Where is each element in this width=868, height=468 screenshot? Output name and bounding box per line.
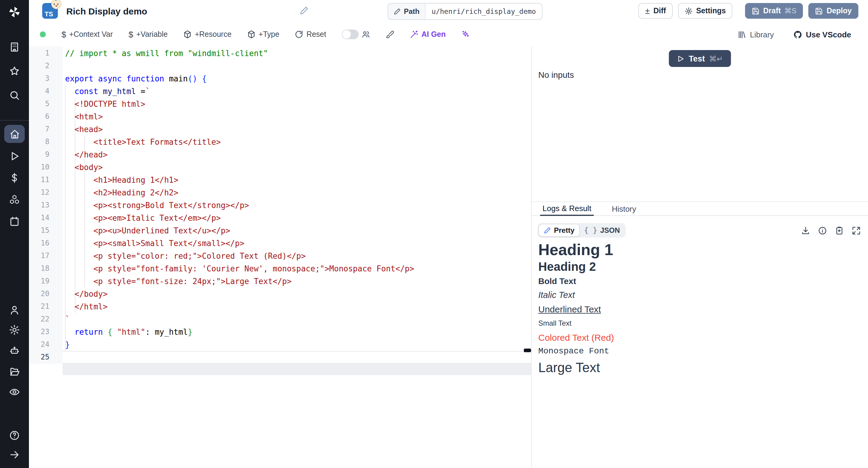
path-control[interactable]: Path u/henri/rich_display_demo — [388, 3, 542, 20]
result-monospace-text: Monospace Font — [538, 344, 858, 358]
draft-shortcut: ⌘S — [784, 7, 797, 15]
info-icon[interactable] — [818, 226, 827, 235]
format-button[interactable] — [386, 30, 394, 38]
sidebar-item-settings[interactable] — [0, 324, 29, 335]
add-variable-button[interactable]: $ +Variable — [128, 30, 167, 39]
code-line: 25 — [29, 351, 531, 364]
settings-button[interactable]: Settings — [678, 3, 733, 19]
user-icon — [9, 304, 20, 315]
test-shortcut: ⌘↵ — [709, 54, 723, 63]
sidebar — [0, 0, 29, 468]
package-icon — [247, 30, 255, 38]
view-mode-json[interactable]: { } JSON — [579, 224, 625, 236]
plus-minus-icon: ± — [645, 7, 650, 15]
deploy-button[interactable]: Deploy — [809, 3, 858, 19]
save-icon — [815, 7, 823, 15]
path-label: Path — [404, 7, 420, 16]
package-icon — [183, 30, 192, 38]
sidebar-item-favorites[interactable] — [0, 66, 29, 77]
tab-logs-result[interactable]: Logs & Result — [540, 202, 594, 215]
eye-icon — [9, 387, 20, 398]
code-line: 18 <p style="font-family: 'Courier New',… — [29, 262, 531, 275]
sparkles-button[interactable] — [461, 30, 470, 38]
no-inputs-text: No inputs — [538, 70, 574, 80]
draft-button[interactable]: Draft ⌘S — [745, 3, 803, 19]
right-panel: Test ⌘↵ No inputs Logs & Result History … — [532, 47, 868, 468]
sidebar-item-audit[interactable] — [0, 387, 29, 398]
edit-title-button[interactable] — [300, 6, 309, 15]
reset-button[interactable]: Reset — [295, 30, 326, 38]
code-line: 15 <p><u>Underlined Text</u></p> — [29, 224, 531, 237]
main-area: TS Rich Display demo Path u/henri/rich_d… — [29, 0, 868, 468]
result-bold-text: Bold Text — [538, 274, 858, 288]
gear-icon — [685, 7, 692, 15]
sidebar-divider — [0, 120, 29, 121]
editor-toolbar: $ +Context Var $ +Variable +Resource +Ty… — [29, 22, 868, 47]
diff-button[interactable]: ± Diff — [639, 3, 673, 19]
code-line: 23 return { "html": my_html} — [29, 326, 531, 338]
expand-icon[interactable] — [852, 226, 861, 235]
add-context-var-button[interactable]: $ +Context Var — [61, 30, 113, 39]
sidebar-item-variables[interactable] — [0, 173, 29, 183]
toggle-switch[interactable] — [342, 30, 359, 39]
windmill-logo[interactable] — [0, 4, 29, 21]
pen-icon — [544, 227, 551, 234]
reset-icon — [295, 30, 304, 38]
tab-history[interactable]: History — [610, 202, 639, 215]
library-icon — [737, 30, 746, 39]
sidebar-expand-button[interactable] — [0, 449, 29, 460]
sidebar-item-schedules[interactable] — [0, 216, 29, 227]
dollar-icon: $ — [128, 30, 133, 39]
code-line: 12 <h2>Heading 2</h2> — [29, 186, 531, 199]
save-icon — [752, 7, 760, 15]
result-large-text: Large Text — [538, 358, 858, 378]
download-icon[interactable] — [801, 226, 810, 235]
result-tabs: Logs & Result History — [532, 201, 868, 216]
use-vscode-button[interactable]: Use VScode — [793, 30, 851, 39]
pane-drag-handle[interactable] — [524, 349, 531, 352]
view-mode-switch: Pretty { } JSON — [538, 223, 626, 238]
result-underlined-text: Underlined Text — [538, 302, 858, 317]
worker-robot-icon — [9, 346, 20, 356]
calendar-icon — [9, 216, 20, 227]
add-resource-button[interactable]: +Resource — [183, 30, 231, 38]
view-mode-pretty[interactable]: Pretty — [539, 224, 579, 236]
result-display: Heading 1 Heading 2 Bold Text Italic Tex… — [538, 241, 858, 378]
ai-gen-button[interactable]: AI Gen — [410, 30, 446, 38]
test-area: Test ⌘↵ No inputs — [532, 47, 868, 201]
code-line: 19 <p style="font-size: 24px;">Large Tex… — [29, 275, 531, 288]
page-title: Rich Display demo — [66, 6, 147, 16]
sidebar-item-runs[interactable] — [0, 151, 29, 162]
test-button[interactable]: Test ⌘↵ — [669, 50, 731, 67]
code-line: 17 <p style="color: red;">Colored Text (… — [29, 250, 531, 262]
play-icon — [677, 55, 684, 62]
clipboard-copy-icon[interactable] — [835, 226, 844, 235]
code-lines: 1// import * as wmill from "windmill-cli… — [29, 47, 531, 364]
language-badge-typescript[interactable]: TS — [42, 3, 58, 19]
sidebar-item-help[interactable] — [0, 430, 29, 441]
add-type-button[interactable]: +Type — [247, 30, 279, 38]
code-line: 2 — [29, 60, 531, 72]
search-icon — [9, 90, 20, 101]
sidebar-item-users[interactable] — [0, 304, 29, 315]
script-path: u/henri/rich_display_demo — [426, 4, 542, 19]
code-line: 20 </body> — [29, 288, 531, 300]
library-button[interactable]: Library — [737, 30, 774, 39]
code-line: 4 const my_html =` — [29, 85, 531, 98]
wand-sparkles-icon — [410, 30, 418, 38]
code-line: 9 </head> — [29, 148, 531, 161]
collab-toggle[interactable] — [342, 30, 370, 39]
code-line: 10 <body> — [29, 161, 531, 174]
content-split: 1// import * as wmill from "windmill-cli… — [29, 47, 868, 468]
braces-icon: { } — [584, 226, 597, 235]
sidebar-item-search[interactable] — [0, 90, 29, 101]
windmill-script-editor: TS Rich Display demo Path u/henri/rich_d… — [0, 0, 868, 468]
sidebar-item-home[interactable] — [4, 125, 25, 143]
sidebar-item-workspace[interactable] — [0, 41, 29, 53]
result-heading1: Heading 1 — [538, 241, 858, 259]
code-editor[interactable]: 1// import * as wmill from "windmill-cli… — [29, 47, 531, 468]
building-icon — [9, 41, 20, 53]
sidebar-item-resources[interactable] — [0, 194, 29, 205]
sidebar-item-workers[interactable] — [0, 346, 29, 356]
sidebar-item-folders[interactable] — [0, 366, 29, 377]
